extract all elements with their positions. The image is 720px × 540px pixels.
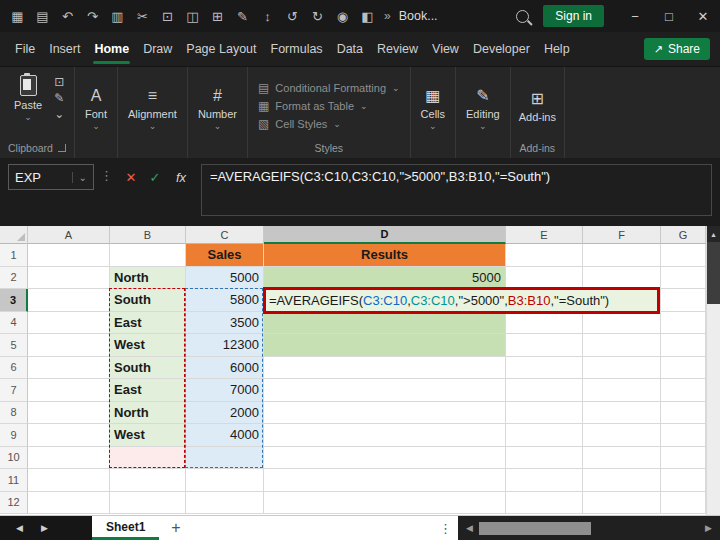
cell-F8[interactable] [583,402,661,425]
cell-A9[interactable] [28,424,110,447]
cell-E6[interactable] [506,357,583,380]
cell-D9[interactable] [264,424,506,447]
insert-function-button[interactable]: fx [167,164,195,190]
minimize-button[interactable]: − [618,0,652,32]
cell-F1[interactable] [583,244,661,267]
column-header-E[interactable]: E [506,226,583,244]
menu-page-layout[interactable]: Page Layout [179,32,263,66]
cell-G1[interactable] [661,244,706,267]
menu-data[interactable]: Data [330,32,370,66]
save-icon[interactable]: ▤ [30,4,55,28]
cell-B3[interactable]: South [110,289,186,312]
cell-G2[interactable] [661,267,706,290]
enter-icon[interactable]: ✓ [143,164,167,190]
cell-E5[interactable] [506,334,583,357]
menu-file[interactable]: File [8,32,42,66]
menu-draw[interactable]: Draw [136,32,179,66]
cell-B8[interactable]: North [110,402,186,425]
cell-D10[interactable] [264,447,506,470]
cell-A6[interactable] [28,357,110,380]
clipboard-caret-icon[interactable]: ⌄ [54,108,64,120]
vertical-scrollbar[interactable]: ▲ [706,226,720,515]
sort-icon[interactable]: ↕ [255,4,280,28]
cell-A5[interactable] [28,334,110,357]
cut-icon[interactable]: ✂ [130,4,155,28]
cell-A11[interactable] [28,469,110,492]
menu-developer[interactable]: Developer [466,32,537,66]
scroll-up-icon[interactable]: ▲ [707,226,720,242]
format-painter-icon[interactable]: ✎ [54,92,64,104]
cell-G4[interactable] [661,312,706,335]
ribbon-group-number[interactable]: #Number⌄ [188,67,248,158]
row-header-10[interactable]: 10 [0,447,28,470]
redo-icon[interactable]: ↷ [80,4,105,28]
column-header-G[interactable]: G [661,226,706,244]
maximize-button[interactable]: □ [652,0,686,32]
ribbon-group-editing[interactable]: ✎Editing⌄ [456,67,511,158]
menu-help[interactable]: Help [537,32,577,66]
ribbon-group-font[interactable]: AFont⌄ [75,67,118,158]
sheet-tab-sheet1[interactable]: Sheet1 [92,516,159,540]
cell-G7[interactable] [661,379,706,402]
ribbon-group-cells[interactable]: ▦Cells⌄ [411,67,456,158]
cell-C10[interactable] [186,447,264,470]
ribbon-group-alignment[interactable]: ≡Alignment⌄ [118,67,188,158]
redo-history-icon[interactable]: ↻ [305,4,330,28]
cell-A4[interactable] [28,312,110,335]
sign-in-button[interactable]: Sign in [543,5,604,27]
cell-C4[interactable]: 3500 [186,312,264,335]
cell-C12[interactable] [186,492,264,515]
cell-F10[interactable] [583,447,661,470]
cell-F6[interactable] [583,357,661,380]
cell-B1[interactable] [110,244,186,267]
row-header-1[interactable]: 1 [0,244,28,267]
row-header-2[interactable]: 2 [0,267,28,290]
cell-B9[interactable]: West [110,424,186,447]
cell-E8[interactable] [506,402,583,425]
cell-C11[interactable] [186,469,264,492]
tabbar-more-icon[interactable]: ⋮ [433,521,458,536]
cell-E1[interactable] [506,244,583,267]
addins-button[interactable]: ⊞ Add-ins [519,90,556,123]
cell-G5[interactable] [661,334,706,357]
cell-D4[interactable] [264,312,506,335]
cell-E4[interactable] [506,312,583,335]
cell-F7[interactable] [583,379,661,402]
cell-E2[interactable] [506,267,583,290]
clipboard-icon[interactable]: ▥ [105,4,130,28]
paste-icon[interactable]: ◫ [180,4,205,28]
row-header-8[interactable]: 8 [0,402,28,425]
undo-icon[interactable]: ↶ [55,4,80,28]
cell-F9[interactable] [583,424,661,447]
format-as-table-button[interactable]: ▦Format as Table⌄ [256,98,370,114]
menu-review[interactable]: Review [370,32,425,66]
cell-D2[interactable]: 5000 [264,267,506,290]
cell-B12[interactable] [110,492,186,515]
cell-F11[interactable] [583,469,661,492]
dialog-launcher-icon[interactable] [58,144,66,152]
cell-E11[interactable] [506,469,583,492]
menu-view[interactable]: View [425,32,466,66]
cell-F5[interactable] [583,334,661,357]
cell-B7[interactable]: East [110,379,186,402]
formula-bar-handle-icon[interactable]: ⋮ [94,164,119,187]
cell-C5[interactable]: 12300 [186,334,264,357]
menu-insert[interactable]: Insert [42,32,87,66]
cell-G8[interactable] [661,402,706,425]
undo-history-icon[interactable]: ↺ [280,4,305,28]
cell-A3[interactable] [28,289,110,312]
row-header-9[interactable]: 9 [0,424,28,447]
cell-A7[interactable] [28,379,110,402]
cell-C9[interactable]: 4000 [186,424,264,447]
cancel-icon[interactable]: ✕ [119,164,143,190]
row-header-12[interactable]: 12 [0,492,28,515]
add-sheet-button[interactable]: + [171,519,180,537]
column-header-C[interactable]: C [186,226,264,244]
menu-home[interactable]: Home [87,32,136,66]
cell-F2[interactable] [583,267,661,290]
close-button[interactable]: ✕ [686,0,720,32]
cell-B10[interactable] [110,447,186,470]
toolbar-overflow-icon[interactable]: » [384,9,391,23]
cell-B11[interactable] [110,469,186,492]
cell-A8[interactable] [28,402,110,425]
